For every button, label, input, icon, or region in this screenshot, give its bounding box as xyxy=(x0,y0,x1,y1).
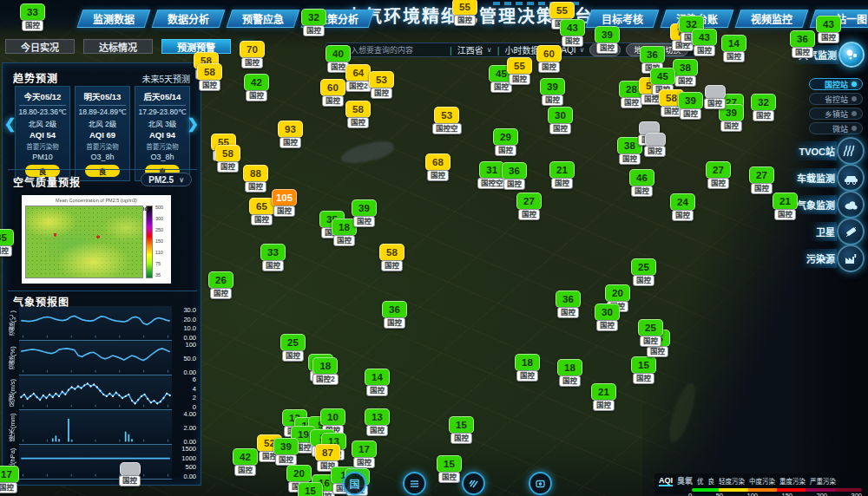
radio-dot-icon xyxy=(852,96,857,101)
station-marker[interactable]: 42国控 xyxy=(233,448,258,476)
station-marker[interactable]: 42国控 xyxy=(244,74,269,101)
station-marker[interactable]: 39国控 xyxy=(352,199,377,227)
primary-tab-left-0[interactable]: 监测数据 xyxy=(77,10,151,28)
station-marker[interactable]: 39国控 xyxy=(595,26,620,54)
sidebar-item-2[interactable]: 气象监测 xyxy=(790,191,865,219)
station-marker[interactable]: 105国控 xyxy=(272,189,297,217)
sidebar-item-4[interactable]: 污染源 xyxy=(799,245,865,272)
station-marker[interactable]: 60国控 xyxy=(320,79,345,107)
legend-tab-1[interactable]: 臭氧 xyxy=(677,475,693,486)
map-tool-layers-icon[interactable] xyxy=(403,472,426,495)
station-marker[interactable]: 29国控 xyxy=(493,128,518,156)
map-tool-wind-lines-icon[interactable] xyxy=(462,472,485,495)
station-marker[interactable]: 64国控2 xyxy=(345,64,372,92)
station-marker[interactable]: 15国控 xyxy=(298,482,323,496)
station-marker[interactable]: 55国控 xyxy=(507,57,532,85)
station-marker[interactable]: 55国控 xyxy=(452,0,477,26)
station-marker[interactable]: 53国控 xyxy=(369,71,394,99)
station-marker[interactable]: 27国控 xyxy=(706,161,731,189)
station-marker[interactable]: 70国控 xyxy=(240,41,265,69)
filter-value: 江西省 xyxy=(457,43,483,56)
sidebar-subitem-1[interactable]: 省控站 xyxy=(809,93,863,105)
forecast-level-badge[interactable]: 良 xyxy=(85,165,121,177)
station-marker[interactable]: 27国控 xyxy=(516,193,542,220)
station-marker[interactable]: 15国控 xyxy=(631,356,656,384)
station-marker[interactable]: 43国控 xyxy=(692,29,717,56)
primary-tab-right-2[interactable]: 视频监控 xyxy=(735,10,809,28)
station-marker[interactable]: 26国控 xyxy=(208,271,233,299)
station-marker[interactable]: 32国控 xyxy=(301,9,326,36)
station-marker[interactable]: 43国控 xyxy=(560,19,585,47)
sidebar-item-3[interactable]: 卫星 xyxy=(809,218,865,245)
station-marker[interactable]: 21国控 xyxy=(549,161,575,189)
station-marker[interactable]: 65国控 xyxy=(249,198,274,225)
station-marker[interactable]: 36国控 xyxy=(502,162,527,190)
secondary-tab-1[interactable]: 达标情况 xyxy=(83,39,153,54)
filter-select-0[interactable]: 江西省∨ xyxy=(457,43,492,56)
station-marker[interactable]: 32国控 xyxy=(751,94,776,121)
sidebar-item-0[interactable]: TVOC站 xyxy=(792,137,865,165)
primary-tab-left-1[interactable]: 数据分析 xyxy=(152,10,226,28)
station-marker[interactable]: 53国控空 xyxy=(432,107,462,134)
station-marker[interactable]: 58国控 xyxy=(379,244,404,271)
sidebar-item-1[interactable]: 车载监测 xyxy=(790,164,865,192)
primary-tab-right-0[interactable]: 目标考核 xyxy=(586,10,660,28)
station-marker[interactable]: 36国控 xyxy=(382,301,407,329)
station-marker[interactable]: 33国控 xyxy=(20,3,45,31)
chevron-down-icon: ∨ xyxy=(487,46,492,54)
station-marker[interactable]: 国控 xyxy=(704,85,726,109)
station-marker[interactable]: 38国控 xyxy=(673,59,698,87)
station-marker[interactable]: 58国控 xyxy=(215,145,240,173)
station-marker[interactable]: 国控 xyxy=(644,133,666,157)
station-marker[interactable]: 39国控 xyxy=(678,92,703,120)
station-marker[interactable]: 58国控 xyxy=(345,101,371,128)
sidebar-subitem-2[interactable]: 乡镇站 xyxy=(809,108,863,120)
station-marker[interactable]: 33国控 xyxy=(260,244,286,271)
station-marker[interactable]: 25国控 xyxy=(280,334,306,362)
station-marker[interactable]: 15国控 xyxy=(437,455,462,483)
station-marker[interactable]: 21国控 xyxy=(773,193,798,220)
carousel-right-icon[interactable]: ❯ xyxy=(187,115,199,132)
station-marker[interactable]: 15国控 xyxy=(449,416,474,444)
station-marker[interactable]: 18国控 xyxy=(515,354,540,382)
sidebar-subitem-0[interactable]: 国控站 xyxy=(809,78,863,90)
forecast-pollutant-label: 首要污染物 xyxy=(26,141,59,151)
station-marker[interactable]: 60国控 xyxy=(536,45,562,73)
secondary-tab-0[interactable]: 今日实况 xyxy=(5,39,75,54)
station-marker[interactable]: 25国控 xyxy=(631,258,656,286)
station-marker[interactable]: 24国控 xyxy=(670,193,695,221)
station-marker[interactable]: 68国控 xyxy=(425,153,450,181)
legend-level-label: 轻度污染 xyxy=(719,476,745,486)
station-type-label: 国控 xyxy=(262,260,284,271)
station-marker[interactable]: 17国控 xyxy=(352,441,377,468)
station-marker[interactable]: 30国控 xyxy=(595,303,620,331)
station-marker[interactable]: 14国控 xyxy=(721,35,746,62)
legend-tab-0[interactable]: AQI xyxy=(659,476,673,486)
station-marker[interactable]: 13国控 xyxy=(365,408,390,436)
station-marker[interactable]: 27国控 xyxy=(749,166,774,194)
station-marker[interactable]: 43国控 xyxy=(816,16,841,43)
station-marker[interactable]: 国控 xyxy=(119,462,141,486)
map-tool-capture-icon[interactable] xyxy=(529,472,552,495)
station-marker[interactable]: 36国控 xyxy=(556,290,581,318)
station-marker[interactable]: 35国控 xyxy=(0,229,14,257)
station-marker[interactable]: 18国控 xyxy=(557,359,582,387)
station-marker[interactable]: 88国控 xyxy=(243,165,268,193)
station-marker[interactable]: 17国控 xyxy=(0,466,19,493)
station-marker[interactable]: 39国控 xyxy=(273,438,299,466)
station-marker[interactable]: 39国控 xyxy=(540,78,565,106)
station-marker[interactable]: 36国控 xyxy=(790,30,815,58)
station-marker[interactable]: 46国控 xyxy=(629,169,654,197)
map-tool-china-layer-icon[interactable]: 国 xyxy=(343,472,366,495)
primary-tab-left-2[interactable]: 预警应急 xyxy=(227,10,300,28)
sidebar-subitem-3[interactable]: 微站 xyxy=(809,122,863,134)
station-marker[interactable]: 14国控 xyxy=(365,369,390,396)
station-marker[interactable]: 18国控2 xyxy=(312,357,339,385)
station-marker[interactable]: 30国控 xyxy=(548,107,573,134)
pollutant-select[interactable]: PM2.5 ∨ xyxy=(141,173,192,186)
station-marker[interactable]: 58国控 xyxy=(197,63,222,91)
station-marker[interactable]: 93国控 xyxy=(278,121,303,148)
station-marker[interactable]: 21国控 xyxy=(591,383,616,411)
right-panel: 大气监测国控站省控站乡镇站微站TVOC站车载监测气象监测卫星污染源 xyxy=(800,35,868,399)
station-marker[interactable]: 25国控 xyxy=(638,319,663,347)
